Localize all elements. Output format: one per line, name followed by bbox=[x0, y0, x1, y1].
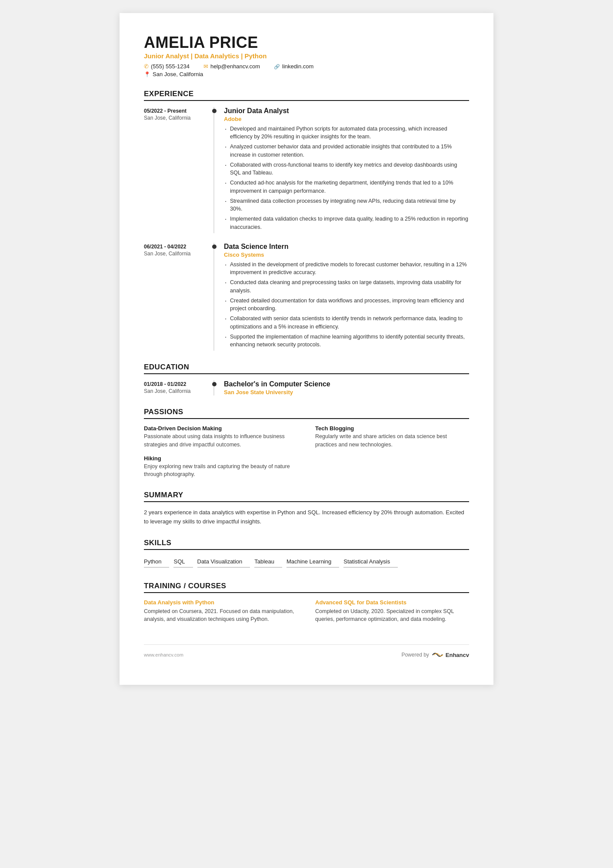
bullet-item: Streamlined data collection processes by… bbox=[224, 197, 469, 214]
link-icon bbox=[274, 63, 280, 70]
training-item-2: Advanced SQL for Data Scientists Complet… bbox=[315, 599, 469, 624]
bullet-item: Supported the implementation of machine … bbox=[224, 333, 469, 349]
header-contact: (555) 555-1234 help@enhancv.com linkedin… bbox=[144, 63, 469, 70]
exp-right-2: Data Science Intern Cisco Systems Assist… bbox=[213, 243, 469, 351]
phone-icon bbox=[144, 63, 149, 70]
phone-number: (555) 555-1234 bbox=[151, 63, 190, 70]
skill-data-viz: Data Visualization bbox=[197, 556, 250, 568]
education-title: EDUCATION bbox=[144, 363, 469, 374]
summary-section: SUMMARY 2 years experience in data analy… bbox=[144, 491, 469, 526]
enhancv-logo: Enhancv bbox=[432, 651, 469, 659]
training-item-1: Data Analysis with Python Completed on C… bbox=[144, 599, 298, 624]
header: AMELIA PRICE Junior Analyst | Data Analy… bbox=[144, 34, 469, 77]
training-desc-1: Completed on Coursera, 2021. Focused on … bbox=[144, 607, 298, 624]
footer: www.enhancv.com Powered by Enhancv bbox=[144, 644, 469, 659]
exp-bullets-2: Assisted in the development of predictiv… bbox=[224, 261, 469, 349]
passion-title-2: Tech Blogging bbox=[315, 425, 469, 432]
edu-degree-1: Bachelor's in Computer Science bbox=[224, 380, 469, 388]
experience-title: EXPERIENCE bbox=[144, 90, 469, 101]
passions-section: PASSIONS Data-Driven Decision Making Pas… bbox=[144, 408, 469, 479]
edu-school-1: San Jose State University bbox=[224, 389, 469, 395]
location-contact: San Jose, California bbox=[144, 71, 469, 77]
bullet-item: Collaborated with cross-functional teams… bbox=[224, 161, 469, 178]
bullet-item: Collaborated with senior data scientists… bbox=[224, 315, 469, 331]
experience-item-2: 06/2021 - 04/2022 San Jose, California D… bbox=[144, 243, 469, 351]
skill-python: Python bbox=[144, 556, 169, 568]
passion-item-2: Tech Blogging Regularly write and share … bbox=[315, 425, 469, 449]
skills-section: SKILLS Python SQL Data Visualization Tab… bbox=[144, 539, 469, 570]
edu-right-1: Bachelor's in Computer Science San Jose … bbox=[213, 380, 469, 395]
training-title-1: Data Analysis with Python bbox=[144, 599, 298, 606]
experience-section: EXPERIENCE 05/2022 - Present San Jose, C… bbox=[144, 90, 469, 351]
passions-title: PASSIONS bbox=[144, 408, 469, 419]
exp-location-1: San Jose, California bbox=[144, 115, 213, 121]
bullet-item: Created detailed documentation for data … bbox=[224, 297, 469, 313]
education-section: EDUCATION 01/2018 - 01/2022 San Jose, Ca… bbox=[144, 363, 469, 395]
experience-item-1: 05/2022 - Present San Jose, California J… bbox=[144, 107, 469, 233]
bullet-item: Assisted in the development of predictiv… bbox=[224, 261, 469, 277]
exp-dot-1 bbox=[212, 109, 217, 113]
exp-company-1: Adobe bbox=[224, 116, 469, 122]
exp-location-2: San Jose, California bbox=[144, 251, 213, 257]
training-desc-2: Completed on Udacity, 2020. Specialized … bbox=[315, 607, 469, 624]
skill-sql: SQL bbox=[173, 556, 193, 568]
candidate-subtitle: Junior Analyst | Data Analytics | Python bbox=[144, 52, 469, 60]
exp-left-2: 06/2021 - 04/2022 San Jose, California bbox=[144, 243, 213, 351]
exp-dot-2 bbox=[212, 245, 217, 249]
exp-bullets-1: Developed and maintained Python scripts … bbox=[224, 125, 469, 231]
linkedin-url: linkedin.com bbox=[282, 63, 313, 70]
skill-tableau: Tableau bbox=[254, 556, 282, 568]
edu-location-1: San Jose, California bbox=[144, 388, 213, 394]
exp-title-1: Junior Data Analyst bbox=[224, 107, 469, 115]
exp-left-1: 05/2022 - Present San Jose, California bbox=[144, 107, 213, 233]
bullet-item: Developed and maintained Python scripts … bbox=[224, 125, 469, 141]
powered-by-text: Powered by bbox=[401, 652, 429, 658]
edu-date-1: 01/2018 - 01/2022 bbox=[144, 381, 213, 387]
training-section: TRAINING / COURSES Data Analysis with Py… bbox=[144, 582, 469, 624]
training-title: TRAINING / COURSES bbox=[144, 582, 469, 593]
location-text: San Jose, California bbox=[153, 71, 203, 77]
passion-item-3: Hiking Enjoy exploring new trails and ca… bbox=[144, 455, 298, 479]
enhancv-icon bbox=[432, 651, 444, 659]
resume-page: AMELIA PRICE Junior Analyst | Data Analy… bbox=[120, 13, 493, 685]
exp-company-2: Cisco Systems bbox=[224, 251, 469, 258]
exp-date-1: 05/2022 - Present bbox=[144, 108, 213, 114]
email-address: help@enhancv.com bbox=[210, 63, 260, 70]
edu-left-1: 01/2018 - 01/2022 San Jose, California bbox=[144, 380, 213, 395]
summary-text: 2 years experience in data analytics wit… bbox=[144, 508, 469, 526]
exp-date-2: 06/2021 - 04/2022 bbox=[144, 244, 213, 250]
footer-website: www.enhancv.com bbox=[144, 652, 183, 657]
summary-title: SUMMARY bbox=[144, 491, 469, 502]
brand-name: Enhancv bbox=[446, 652, 469, 658]
passion-title-3: Hiking bbox=[144, 455, 298, 462]
exp-right-1: Junior Data Analyst Adobe Developed and … bbox=[213, 107, 469, 233]
skill-stats: Statistical Analysis bbox=[343, 556, 398, 568]
candidate-name: AMELIA PRICE bbox=[144, 34, 469, 51]
education-item-1: 01/2018 - 01/2022 San Jose, California B… bbox=[144, 380, 469, 395]
skill-ml: Machine Learning bbox=[287, 556, 339, 568]
bullet-item: Implemented data validation checks to im… bbox=[224, 215, 469, 231]
passion-desc-3: Enjoy exploring new trails and capturing… bbox=[144, 462, 298, 479]
email-icon bbox=[203, 63, 208, 70]
bullet-item: Conducted ad-hoc analysis for the market… bbox=[224, 179, 469, 195]
passion-desc-1: Passionate about using data insights to … bbox=[144, 432, 298, 449]
footer-brand: Powered by Enhancv bbox=[401, 651, 469, 659]
skills-title: SKILLS bbox=[144, 539, 469, 550]
passion-title-1: Data-Driven Decision Making bbox=[144, 425, 298, 432]
linkedin-contact: linkedin.com bbox=[274, 63, 313, 70]
training-title-2: Advanced SQL for Data Scientists bbox=[315, 599, 469, 606]
training-grid: Data Analysis with Python Completed on C… bbox=[144, 599, 469, 624]
skills-list: Python SQL Data Visualization Tableau Ma… bbox=[144, 556, 469, 570]
passion-desc-2: Regularly write and share articles on da… bbox=[315, 432, 469, 449]
bullet-item: Conducted data cleaning and preprocessin… bbox=[224, 278, 469, 295]
exp-title-2: Data Science Intern bbox=[224, 243, 469, 251]
phone-contact: (555) 555-1234 bbox=[144, 63, 190, 70]
passion-item-1: Data-Driven Decision Making Passionate a… bbox=[144, 425, 298, 449]
passions-grid: Data-Driven Decision Making Passionate a… bbox=[144, 425, 469, 479]
pin-icon bbox=[144, 71, 150, 77]
email-contact: help@enhancv.com bbox=[203, 63, 260, 70]
bullet-item: Analyzed customer behavior data and prov… bbox=[224, 143, 469, 159]
